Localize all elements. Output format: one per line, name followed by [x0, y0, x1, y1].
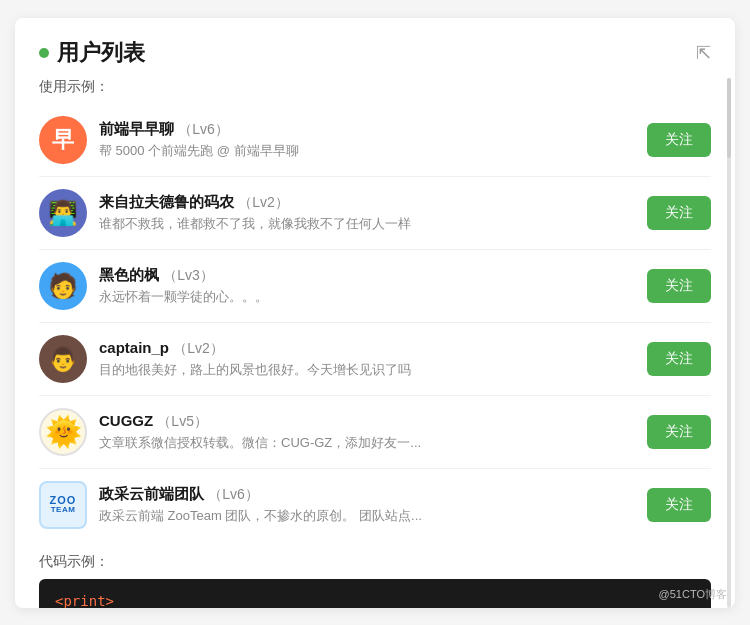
code-keyword: <print>: [55, 593, 114, 608]
user-info: 来自拉夫德鲁的码农 （Lv2） 谁都不救我，谁都救不了我，就像我救不了任何人一样: [99, 193, 635, 233]
list-item: 👨 captain_p （Lv2） 目的地很美好，路上的风景也很好。今天增长见识…: [39, 323, 711, 396]
user-info: 政采云前端团队 （Lv6） 政采云前端 ZooTeam 团队，不掺水的原创。 团…: [99, 485, 635, 525]
code-label: 代码示例：: [39, 553, 711, 571]
scrollbar-thumb[interactable]: [727, 78, 731, 158]
card-header: 用户列表 ⇱: [39, 38, 711, 68]
user-list-card: 用户列表 ⇱ 使用示例： 早 前端早早聊 （Lv6） 帮 5000 个前端先跑 …: [15, 18, 735, 608]
watermark: @51CTO博客: [659, 587, 727, 602]
usage-label: 使用示例：: [39, 78, 711, 96]
user-desc: 文章联系微信授权转载。微信：CUG-GZ，添加好友一...: [99, 434, 619, 452]
list-item: 👨‍💻 来自拉夫德鲁的码农 （Lv2） 谁都不救我，谁都救不了我，就像我救不了任…: [39, 177, 711, 250]
follow-button[interactable]: 关注: [647, 488, 711, 522]
user-name: CUGGZ （Lv5）: [99, 412, 635, 431]
avatar: 👨: [39, 335, 87, 383]
user-info: 黑色的枫 （Lv3） 永远怀着一颗学徒的心。。。: [99, 266, 635, 306]
user-info: 前端早早聊 （Lv6） 帮 5000 个前端先跑 @ 前端早早聊: [99, 120, 635, 160]
status-dot: [39, 48, 49, 58]
avatar: ZOO TEAM: [39, 481, 87, 529]
page-title: 用户列表: [57, 38, 145, 68]
user-desc: 政采云前端 ZooTeam 团队，不掺水的原创。 团队站点...: [99, 507, 619, 525]
user-desc: 帮 5000 个前端先跑 @ 前端早早聊: [99, 142, 619, 160]
user-name: 政采云前端团队 （Lv6）: [99, 485, 635, 504]
follow-button[interactable]: 关注: [647, 342, 711, 376]
follow-button[interactable]: 关注: [647, 415, 711, 449]
expand-icon[interactable]: ⇱: [696, 42, 711, 64]
list-item: 🌞 CUGGZ （Lv5） 文章联系微信授权转载。微信：CUG-GZ，添加好友一…: [39, 396, 711, 469]
user-name: 前端早早聊 （Lv6）: [99, 120, 635, 139]
user-name: 来自拉夫德鲁的码农 （Lv2）: [99, 193, 635, 212]
user-list: 早 前端早早聊 （Lv6） 帮 5000 个前端先跑 @ 前端早早聊 关注 👨‍…: [39, 104, 711, 541]
follow-button[interactable]: 关注: [647, 269, 711, 303]
avatar: 早: [39, 116, 87, 164]
user-desc: 目的地很美好，路上的风景也很好。今天增长见识了吗: [99, 361, 619, 379]
user-desc: 永远怀着一颗学徒的心。。。: [99, 288, 619, 306]
list-item: 🧑 黑色的枫 （Lv3） 永远怀着一颗学徒的心。。。 关注: [39, 250, 711, 323]
user-name: 黑色的枫 （Lv3）: [99, 266, 635, 285]
user-desc: 谁都不救我，谁都救不了我，就像我救不了任何人一样: [99, 215, 619, 233]
avatar: 🌞: [39, 408, 87, 456]
list-item: 早 前端早早聊 （Lv6） 帮 5000 个前端先跑 @ 前端早早聊 关注: [39, 104, 711, 177]
avatar: 👨‍💻: [39, 189, 87, 237]
scrollbar-track[interactable]: [727, 78, 731, 608]
user-name: captain_p （Lv2）: [99, 339, 635, 358]
title-row: 用户列表: [39, 38, 145, 68]
avatar: 🧑: [39, 262, 87, 310]
follow-button[interactable]: 关注: [647, 196, 711, 230]
follow-button[interactable]: 关注: [647, 123, 711, 157]
code-block: <print>: [39, 579, 711, 608]
list-item: ZOO TEAM 政采云前端团队 （Lv6） 政采云前端 ZooTeam 团队，…: [39, 469, 711, 541]
user-info: CUGGZ （Lv5） 文章联系微信授权转载。微信：CUG-GZ，添加好友一..…: [99, 412, 635, 452]
user-info: captain_p （Lv2） 目的地很美好，路上的风景也很好。今天增长见识了吗: [99, 339, 635, 379]
